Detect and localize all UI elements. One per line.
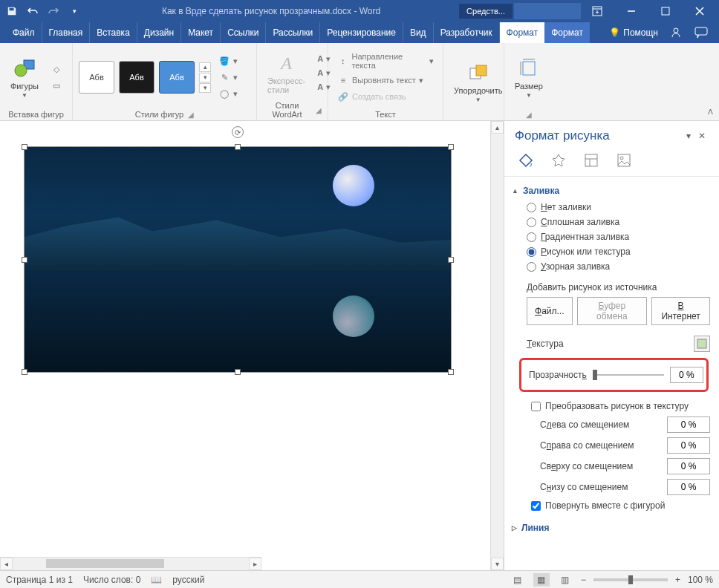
size-button[interactable]: Размер ▼ [510,55,547,100]
insert-online-button[interactable]: В Интернет [651,297,710,325]
resize-handle-tm[interactable] [235,144,241,150]
tell-me-search[interactable]: 💡 Помощн [609,27,658,38]
group-wordart-styles: Стили WordArt [263,101,311,119]
text-direction-button[interactable]: ↕Направление текста ▾ [334,50,437,71]
fill-option-gradient[interactable]: Градиентная заливка [527,232,710,242]
word-count[interactable]: Число слов: 0 [83,575,140,585]
tab-developer[interactable]: Разработчик [434,22,500,43]
section-line-header[interactable]: ▷Линия [510,520,710,536]
tab-design[interactable]: Дизайн [137,22,181,43]
size-launcher[interactable]: ◢ [526,111,532,119]
text-box-button[interactable]: ▭ [48,78,65,93]
selected-image[interactable]: ⟳ [24,146,452,373]
zoom-slider[interactable] [593,578,668,581]
transparency-spinner[interactable]: 0 % [670,367,703,383]
undo-icon[interactable] [24,2,42,20]
tab-layout[interactable]: Макет [181,22,221,43]
horizontal-scrollbar[interactable]: ◂ ▸ [0,557,261,570]
print-layout-icon[interactable]: ▦ [533,573,550,587]
pane-close-icon[interactable]: ✕ [695,131,709,141]
language-indicator[interactable]: русский [172,575,204,585]
pane-tab-layout[interactable] [582,152,601,169]
fill-option-pattern[interactable]: Узорная заливка [527,261,710,272]
offset-right-label: Справа со смещением [540,440,661,451]
resize-handle-bm[interactable] [235,369,241,375]
tab-home[interactable]: Главная [42,22,91,43]
tab-mailings[interactable]: Рассылки [266,22,320,43]
zoom-level[interactable]: 100 % [688,575,713,585]
tab-file[interactable]: Файл [6,22,42,43]
shape-styles-gallery[interactable]: Абв Абв Абв ▴▾▾ [79,61,211,94]
zoom-in-button[interactable]: + [675,575,680,585]
group-text: Текст [334,108,437,120]
rotate-with-shape-checkbox[interactable]: Повернуть вместе с фигурой [510,497,710,514]
maximize-button[interactable] [649,2,682,20]
texture-picker-button[interactable] [694,336,710,352]
zoom-out-button[interactable]: − [581,575,586,585]
resize-handle-ml[interactable] [22,257,27,263]
align-text-button[interactable]: ≡Выровнять текст ▾ [334,73,437,88]
collapse-ribbon-icon[interactable]: ᐱ [708,108,713,116]
wordart-styles-button[interactable]: A Экспресс-стили [263,50,310,96]
share-icon[interactable] [668,25,683,40]
scroll-right-icon[interactable]: ▸ [249,558,261,570]
close-button[interactable] [683,2,716,20]
shape-outline-button[interactable]: ✎▾ [215,70,241,85]
pane-menu-icon[interactable]: ▾ [682,131,695,141]
resize-handle-bl[interactable] [22,369,27,375]
tile-as-texture-checkbox[interactable]: Преобразовать рисунок в текстуру [510,398,710,414]
vertical-scrollbar[interactable]: ▴ ▾ [490,121,504,570]
offset-top-spinner[interactable]: 0 % [667,458,710,474]
scroll-up-icon[interactable]: ▴ [491,121,504,134]
transparency-slider[interactable] [593,373,664,377]
section-fill-header[interactable]: ▲Заливка [510,183,710,199]
document-canvas[interactable]: ⟳ ◂ ▸ [0,121,490,570]
fill-option-solid[interactable]: Сплошная заливка [527,217,710,227]
proofing-icon[interactable]: 📖 [151,575,162,585]
tab-format-drawing[interactable]: Формат [500,22,545,43]
resize-handle-tl[interactable] [22,144,27,150]
pane-tab-fill[interactable] [516,152,536,169]
gallery-scroll[interactable]: ▴▾▾ [199,62,211,93]
format-picture-pane: Формат рисунка ▾ ✕ ▲Заливка Нет заливки … [504,121,719,570]
insert-file-button[interactable]: Файл... [527,297,573,325]
shape-effects-button[interactable]: ◯▾ [215,86,241,101]
resize-handle-mr[interactable] [448,257,454,263]
shape-styles-launcher[interactable]: ◢ [188,111,194,119]
fill-option-none[interactable]: Нет заливки [527,202,710,212]
shape-fill-button[interactable]: 🪣▾ [215,53,241,68]
tab-review[interactable]: Рецензирование [320,22,403,43]
redo-icon[interactable] [45,2,62,20]
resize-handle-tr[interactable] [448,144,454,150]
offset-bottom-spinner[interactable]: 0 % [667,479,710,495]
save-icon[interactable] [3,2,21,20]
offset-left-spinner[interactable]: 0 % [667,416,710,433]
page-indicator[interactable]: Страница 1 из 1 [6,575,73,585]
arrange-button[interactable]: Упорядочить ▼ [449,59,507,105]
resize-handle-br[interactable] [448,369,454,375]
scroll-left-icon[interactable]: ◂ [0,558,13,570]
style-swatch-3[interactable]: Абв [159,61,195,94]
qat-dropdown-icon[interactable]: ▾ [65,2,83,20]
rotate-handle[interactable]: ⟳ [232,126,244,138]
ribbon-tabs: Файл Главная Вставка Дизайн Макет Ссылки… [0,22,719,43]
tab-format-picture[interactable]: Формат [544,22,590,43]
comments-icon[interactable] [694,25,709,40]
fill-option-picture[interactable]: Рисунок или текстура [527,246,710,257]
wordart-launcher[interactable]: ◢ [316,106,322,114]
tab-references[interactable]: Ссылки [221,22,266,43]
tab-insert[interactable]: Вставка [90,22,137,43]
web-layout-icon[interactable]: ▥ [557,573,573,587]
pane-tab-picture[interactable] [614,152,634,169]
scroll-down-icon[interactable]: ▾ [491,558,504,570]
pane-tab-effects[interactable] [549,152,568,169]
ribbon-options-icon[interactable] [581,2,614,20]
edit-shape-button[interactable]: ◇ [48,62,65,76]
style-swatch-2[interactable]: Абв [119,61,154,94]
minimize-button[interactable] [615,2,648,20]
offset-right-spinner[interactable]: 0 % [667,437,710,454]
tab-view[interactable]: Вид [403,22,434,43]
shapes-button[interactable]: Фигуры ▼ [6,55,43,100]
read-mode-icon[interactable]: ▤ [510,573,526,587]
style-swatch-1[interactable]: Абв [79,61,114,94]
